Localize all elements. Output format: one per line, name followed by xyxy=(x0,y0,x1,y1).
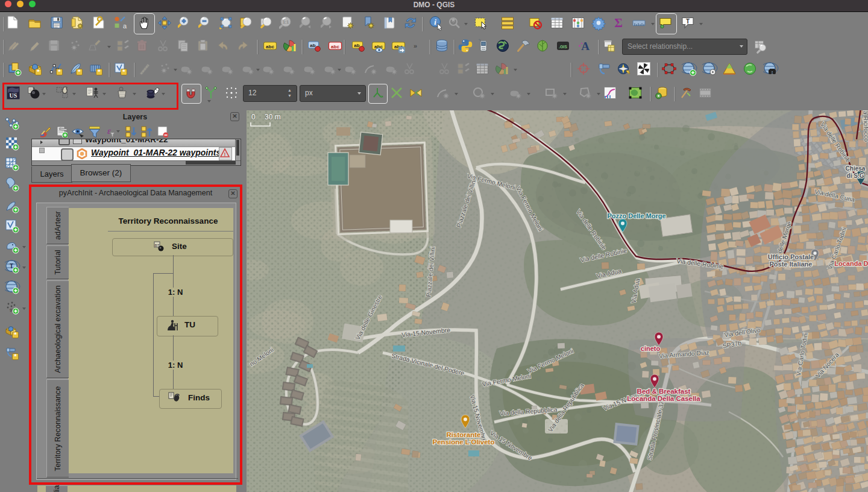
svg-text:T: T xyxy=(686,18,690,25)
svg-text:ε: ε xyxy=(107,126,111,136)
svg-text:T: T xyxy=(10,263,13,270)
svg-text:0: 0 xyxy=(251,113,256,121)
svg-text:BT: BT xyxy=(155,244,160,247)
svg-text:30 m: 30 m xyxy=(265,113,281,121)
svg-text:Ristorante: Ristorante xyxy=(447,431,481,438)
svg-text:Σ: Σ xyxy=(614,16,623,30)
svg-text:A: A xyxy=(581,40,590,52)
svg-text:Ufficio Postale: Ufficio Postale xyxy=(768,253,814,260)
svg-text:Poste Italiane: Poste Italiane xyxy=(770,260,813,268)
svg-text:a: a xyxy=(123,22,127,30)
svg-text:Pozzo Delle Morge: Pozzo Delle Morge xyxy=(607,212,665,219)
svg-text:!: ! xyxy=(224,151,226,157)
svg-text:Pensione L’Oliveto: Pensione L’Oliveto xyxy=(433,438,495,446)
svg-text:cineto: cineto xyxy=(641,345,661,352)
svg-text:Bed & Breakfast: Bed & Breakfast xyxy=(637,388,691,395)
svg-text:abc: abc xyxy=(266,44,274,49)
svg-text:di S.G: di S.G xyxy=(847,172,864,179)
svg-text:US: US xyxy=(10,92,17,99)
svg-text:*: * xyxy=(58,68,61,75)
svg-text:1:1: 1:1 xyxy=(283,20,289,24)
svg-text:abc: abc xyxy=(331,44,339,49)
svg-text:ab: ab xyxy=(354,43,359,48)
svg-text:.GIS: .GIS xyxy=(559,45,567,49)
svg-text:*: * xyxy=(14,331,17,338)
svg-text:Chiesa: Chiesa xyxy=(846,165,866,172)
svg-text:*: * xyxy=(122,68,125,75)
svg-text:Locanda Della Casella: Locanda Della Casella xyxy=(627,395,700,402)
svg-text:*: * xyxy=(14,353,17,360)
svg-text:*: * xyxy=(37,68,40,75)
svg-text:i: i xyxy=(434,17,436,27)
svg-text:ab: ab xyxy=(310,43,315,48)
svg-text:*: * xyxy=(78,68,81,75)
svg-text:Locanda Del: Locanda Del xyxy=(834,260,868,267)
svg-text:*: * xyxy=(98,68,101,75)
